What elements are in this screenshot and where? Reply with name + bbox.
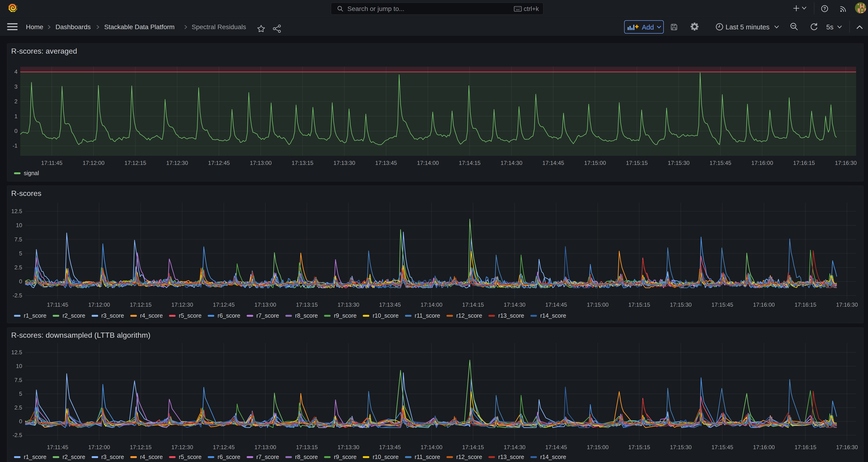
- svg-text:17:14:30: 17:14:30: [504, 302, 525, 308]
- svg-text:17:14:15: 17:14:15: [462, 302, 484, 308]
- svg-text:17:16:30: 17:16:30: [836, 302, 858, 308]
- svg-text:17:12:15: 17:12:15: [130, 302, 152, 308]
- svg-text:17:13:00: 17:13:00: [250, 160, 272, 166]
- svg-text:7.5: 7.5: [14, 377, 22, 383]
- svg-text:17:14:00: 17:14:00: [421, 444, 442, 450]
- svg-text:5: 5: [19, 250, 22, 256]
- svg-text:17:12:30: 17:12:30: [172, 444, 193, 450]
- svg-text:17:12:45: 17:12:45: [213, 444, 235, 450]
- svg-text:17:14:45: 17:14:45: [542, 160, 564, 166]
- svg-text:0: 0: [19, 418, 22, 425]
- svg-text:17:11:45: 17:11:45: [47, 444, 68, 450]
- svg-text:17:15:15: 17:15:15: [628, 444, 650, 450]
- svg-text:17:15:00: 17:15:00: [587, 444, 609, 450]
- svg-text:17:14:45: 17:14:45: [545, 302, 567, 308]
- svg-text:17:15:00: 17:15:00: [587, 302, 609, 308]
- svg-text:17:15:30: 17:15:30: [668, 160, 689, 166]
- svg-text:17:16:00: 17:16:00: [753, 444, 775, 450]
- svg-text:17:12:15: 17:12:15: [124, 160, 146, 166]
- svg-text:17:12:00: 17:12:00: [88, 444, 110, 450]
- svg-text:10: 10: [16, 222, 22, 228]
- svg-text:17:15:45: 17:15:45: [711, 302, 733, 308]
- svg-text:17:14:15: 17:14:15: [459, 160, 480, 166]
- svg-text:17:15:00: 17:15:00: [584, 160, 606, 166]
- svg-text:17:15:45: 17:15:45: [711, 444, 733, 450]
- svg-text:17:13:45: 17:13:45: [379, 444, 401, 450]
- svg-text:17:12:00: 17:12:00: [83, 160, 104, 166]
- svg-text:17:13:15: 17:13:15: [292, 160, 313, 166]
- svg-text:17:14:15: 17:14:15: [462, 444, 484, 450]
- svg-text:17:13:45: 17:13:45: [379, 302, 401, 308]
- svg-text:17:15:30: 17:15:30: [670, 302, 691, 308]
- svg-text:17:16:30: 17:16:30: [835, 160, 857, 166]
- svg-text:0: 0: [19, 278, 22, 284]
- svg-text:17:12:15: 17:12:15: [130, 444, 152, 450]
- svg-text:17:13:00: 17:13:00: [254, 302, 276, 308]
- svg-text:2.5: 2.5: [14, 404, 22, 411]
- svg-text:3: 3: [14, 84, 18, 90]
- svg-text:17:15:15: 17:15:15: [626, 160, 648, 166]
- svg-text:17:11:45: 17:11:45: [47, 302, 68, 308]
- svg-text:17:16:30: 17:16:30: [836, 444, 858, 450]
- svg-text:17:13:30: 17:13:30: [333, 160, 355, 166]
- svg-text:2.5: 2.5: [14, 264, 22, 271]
- svg-text:17:14:30: 17:14:30: [501, 160, 522, 166]
- svg-text:17:13:45: 17:13:45: [375, 160, 397, 166]
- svg-text:17:12:45: 17:12:45: [208, 160, 230, 166]
- svg-text:17:16:15: 17:16:15: [795, 444, 816, 450]
- svg-text:4: 4: [14, 68, 18, 75]
- svg-text:17:13:15: 17:13:15: [296, 444, 317, 450]
- svg-text:12.5: 12.5: [11, 349, 22, 356]
- svg-text:17:16:15: 17:16:15: [795, 302, 816, 308]
- svg-text:7.5: 7.5: [14, 236, 22, 243]
- svg-text:17:12:30: 17:12:30: [166, 160, 188, 166]
- svg-text:?: ?: [823, 6, 826, 11]
- svg-text:-1: -1: [12, 143, 18, 149]
- svg-text:17:14:30: 17:14:30: [504, 444, 525, 450]
- svg-text:17:15:15: 17:15:15: [628, 302, 650, 308]
- svg-text:1: 1: [14, 113, 18, 119]
- svg-text:17:12:30: 17:12:30: [172, 302, 193, 308]
- svg-text:17:16:00: 17:16:00: [753, 302, 775, 308]
- svg-text:10: 10: [16, 363, 22, 369]
- svg-text:5: 5: [19, 391, 22, 397]
- svg-text:17:11:45: 17:11:45: [41, 160, 62, 166]
- svg-text:-2.5: -2.5: [12, 292, 22, 299]
- svg-text:17:14:00: 17:14:00: [421, 302, 442, 308]
- svg-text:17:12:45: 17:12:45: [213, 302, 235, 308]
- svg-text:17:14:00: 17:14:00: [417, 160, 439, 166]
- svg-text:17:14:45: 17:14:45: [545, 444, 567, 450]
- svg-text:17:13:00: 17:13:00: [254, 444, 276, 450]
- svg-text:0: 0: [14, 128, 18, 134]
- svg-text:17:16:00: 17:16:00: [751, 160, 773, 166]
- svg-text:17:12:00: 17:12:00: [88, 302, 110, 308]
- svg-text:17:16:15: 17:16:15: [793, 160, 815, 166]
- svg-text:17:15:45: 17:15:45: [709, 160, 731, 166]
- svg-text:17:15:30: 17:15:30: [670, 444, 691, 450]
- svg-text:2: 2: [14, 98, 18, 104]
- svg-text:17:13:30: 17:13:30: [338, 302, 359, 308]
- svg-text:17:13:30: 17:13:30: [338, 444, 359, 450]
- svg-text:-2.5: -2.5: [12, 432, 22, 438]
- svg-text:17:13:15: 17:13:15: [296, 302, 317, 308]
- svg-text:12.5: 12.5: [11, 208, 22, 214]
